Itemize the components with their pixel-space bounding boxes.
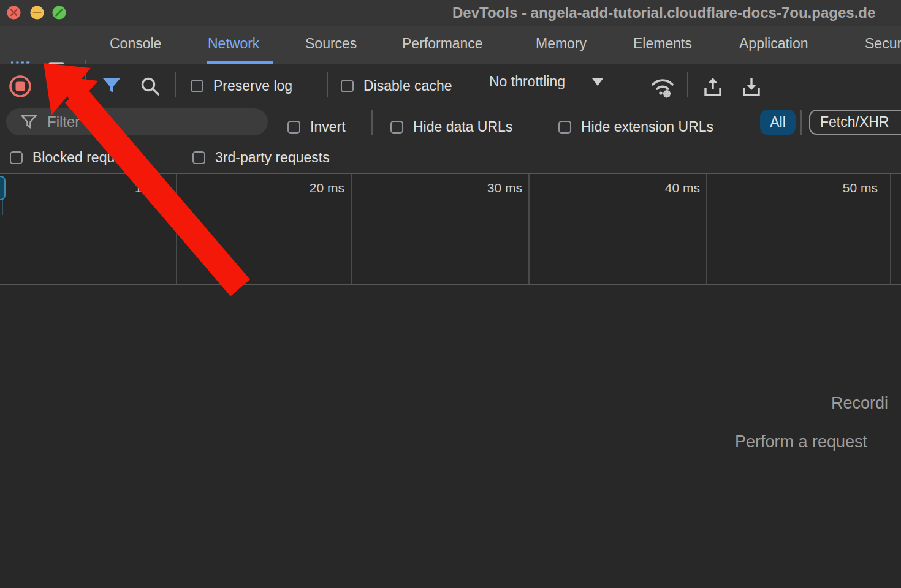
tab-network[interactable]: Network — [208, 36, 259, 52]
disable-cache-checkbox[interactable] — [341, 80, 354, 92]
record-network-log-button[interactable] — [9, 75, 32, 100]
third-party-requests-label: 3rd-party requests — [215, 149, 330, 166]
minimize-icon — [30, 6, 44, 20]
close-button[interactable] — [7, 6, 21, 20]
timeline-tick-10ms: 10 ms — [102, 181, 170, 195]
filter-input[interactable]: Filter — [6, 108, 268, 135]
tab-security[interactable]: Security — [865, 36, 901, 52]
timeline-tick-40ms: 40 ms — [633, 181, 700, 195]
filterbar-separator — [800, 110, 802, 135]
zoom-button[interactable] — [52, 6, 66, 20]
timeline-scrubber-handle[interactable] — [0, 176, 6, 200]
network-conditions-icon — [650, 77, 676, 99]
title-bar: DevTools - angela-add-tutorial.cloudflar… — [0, 0, 901, 26]
empty-state-line2: Perform a request — [735, 432, 867, 451]
timeline-gridline — [351, 174, 352, 284]
network-conditions-button[interactable] — [650, 77, 676, 101]
hide-extension-urls-checkbox[interactable] — [558, 121, 571, 134]
tab-memory[interactable]: Memory — [536, 36, 587, 52]
invert-checkbox[interactable] — [287, 121, 300, 134]
tab-console[interactable]: Console — [110, 36, 161, 52]
import-har-button[interactable] — [702, 76, 724, 100]
tab-application[interactable]: Application — [739, 36, 808, 52]
hide-data-urls-checkbox[interactable] — [390, 121, 403, 134]
selected-tab-underline — [207, 61, 273, 64]
timeline-gridline — [528, 174, 530, 284]
search-button[interactable] — [140, 76, 161, 99]
filter-toggle-button[interactable] — [102, 77, 121, 99]
timeline-gridline — [706, 174, 707, 284]
blocked-requests-checkbox[interactable] — [10, 151, 23, 164]
timeline-tick-20ms: 20 ms — [277, 181, 344, 195]
search-icon — [140, 76, 161, 97]
preserve-log-checkbox[interactable] — [191, 80, 203, 92]
network-overview-timeline[interactable]: 10 ms 20 ms 30 ms 40 ms 50 ms — [0, 173, 901, 285]
toolbar-separator — [175, 72, 176, 97]
export-har-button[interactable] — [740, 76, 762, 100]
timeline-gridline — [176, 174, 177, 284]
disable-cache-label: Disable cache — [363, 78, 452, 94]
filter-bar: Filter Invert Hide data URLs Hide extens… — [0, 104, 901, 140]
export-har-icon — [740, 76, 762, 98]
timeline-tick-50ms: 50 ms — [810, 181, 878, 195]
window-title: DevTools - angela-add-tutorial.cloudflar… — [452, 4, 875, 21]
toolbar-separator — [327, 72, 328, 97]
minimize-button[interactable] — [30, 6, 44, 20]
more-filters-row: Blocked requests 3rd-party requests — [0, 140, 901, 173]
preserve-log-label: Preserve log — [213, 78, 292, 94]
toolbar-separator — [85, 72, 86, 97]
filter-funnel-icon — [102, 77, 121, 96]
devtools-window: DevTools - angela-add-tutorial.cloudflar… — [0, 0, 901, 588]
request-type-filter-all[interactable]: All — [760, 110, 796, 135]
devtools-tab-bar: Console Network Sources Performance Memo… — [0, 26, 901, 64]
hide-extension-urls-label: Hide extension URLs — [581, 119, 713, 135]
hide-data-urls-label: Hide data URLs — [413, 119, 512, 135]
tab-sources[interactable]: Sources — [305, 36, 357, 52]
record-stop-icon — [9, 75, 32, 98]
clear-icon — [48, 76, 70, 98]
third-party-requests-checkbox[interactable] — [192, 151, 205, 164]
fullscreen-icon — [52, 6, 66, 20]
blocked-requests-label: Blocked requests — [32, 149, 140, 166]
throttling-dropdown[interactable]: No throttling — [489, 74, 603, 90]
clear-network-log-button[interactable] — [48, 76, 70, 100]
close-icon — [7, 6, 21, 20]
tab-performance[interactable]: Performance — [402, 36, 483, 52]
invert-label: Invert — [310, 119, 346, 135]
timeline-gridline — [890, 174, 891, 284]
requests-empty-state: Recordi Perform a request — [0, 285, 901, 588]
throttling-value: No throttling — [489, 74, 565, 90]
filterbar-separator — [371, 110, 373, 135]
import-har-icon — [702, 76, 724, 98]
request-type-filter-fetch-xhr[interactable]: Fetch/XHR — [809, 110, 901, 135]
toolbar-separator — [687, 72, 688, 97]
empty-state-line1: Recordi — [831, 394, 888, 413]
network-toolbar: Preserve log Disable cache No throttling — [0, 64, 901, 104]
filter-placeholder: Filter — [47, 113, 80, 130]
timeline-tick-30ms: 30 ms — [455, 181, 522, 195]
tab-elements[interactable]: Elements — [633, 36, 692, 52]
timeline-scrubber-stem — [2, 200, 3, 215]
funnel-outline-icon — [21, 114, 37, 130]
chevron-down-icon — [592, 78, 603, 86]
